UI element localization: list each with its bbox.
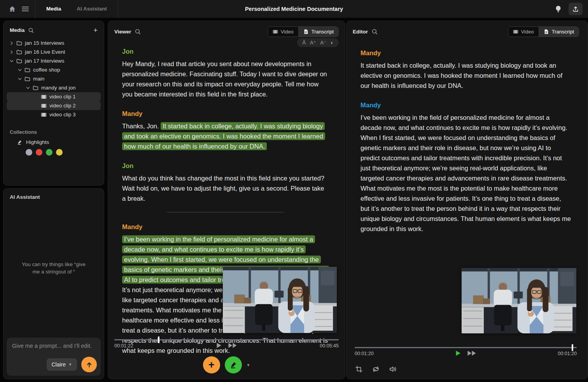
editor-toggle-transcript[interactable]: Transcript: [539, 27, 579, 37]
main-area: Media + jan 15 Interviewsjan 16 Live Eve…: [0, 18, 588, 382]
viewer-bottom-controls: 00:01:22 00:05:45 +: [114, 339, 339, 379]
add-clip-button[interactable]: +: [203, 356, 220, 373]
tab-media[interactable]: Media: [38, 0, 69, 18]
tree-item-label: video clip 3: [49, 112, 76, 117]
film-icon: [513, 29, 518, 34]
viewer-toggle-transcript[interactable]: Transcript: [298, 27, 338, 37]
scene-divider: [167, 212, 284, 212]
viewer-play-button[interactable]: [216, 342, 222, 349]
search-icon: [28, 28, 34, 33]
viewer-video-thumbnail[interactable]: [223, 267, 337, 333]
app-window: Media AI Assistant Personalized Medicine…: [0, 0, 588, 382]
chevron-down-icon: [18, 68, 22, 72]
media-folder-coffee-shop[interactable]: coffee shop: [7, 65, 101, 74]
transcript-text: Hey Mandy, I read that article you sent …: [122, 60, 327, 98]
folder-icon: [16, 58, 22, 64]
topbar-divider-2: [118, 0, 118, 18]
film-icon: [41, 103, 47, 109]
home-button[interactable]: [5, 3, 19, 15]
highlight-color-dot-3[interactable]: [56, 149, 63, 156]
speaker-label[interactable]: Mandy: [122, 222, 329, 232]
editor-toggle-transcript-label: Transcript: [552, 29, 574, 35]
contrast-icon[interactable]: ◐: [331, 40, 334, 46]
editor-play-button[interactable]: [455, 350, 461, 356]
viewer-timeline-track[interactable]: [114, 339, 339, 340]
transcript-paragraph[interactable]: I’ve been working in the field of person…: [360, 112, 571, 234]
ai-prompt-input[interactable]: Give me a prompt... and I’ll edit. Clair…: [7, 338, 101, 376]
transcript-paragraph[interactable]: What do you think has changed the most i…: [122, 173, 329, 203]
highlight-color-dot-1[interactable]: [36, 149, 42, 156]
play-icon: [216, 342, 222, 349]
media-clip-video-clip-3[interactable]: video clip 3: [7, 110, 101, 119]
media-folder-jan-15-Interviews[interactable]: jan 15 Interviews: [7, 39, 101, 47]
search-icon: [135, 29, 141, 35]
editor-playhead[interactable]: [572, 344, 573, 351]
replace-clip-button[interactable]: [372, 366, 380, 373]
highlight-color-dot-0[interactable]: [26, 149, 32, 156]
editor-search-button[interactable]: [372, 29, 378, 35]
editor-panel: Editor Video Transcript MandyIt started …: [346, 21, 588, 379]
voice-selector[interactable]: Claire ▼: [47, 358, 77, 371]
viewer-search-button[interactable]: [135, 29, 141, 35]
media-panel: Media + jan 15 Interviewsjan 16 Live Eve…: [3, 21, 104, 186]
tree-item-label: video clip 1: [49, 94, 76, 100]
viewer-current-time: 00:01:22: [114, 343, 133, 349]
media-folder-main[interactable]: main: [7, 74, 101, 83]
tab-ai-assistant[interactable]: AI Assistant: [69, 0, 115, 18]
film-icon: [41, 112, 47, 117]
crop-icon: [355, 366, 362, 373]
speaker-label[interactable]: Jon: [122, 46, 329, 56]
tree-item-label: jan 16 Live Event: [25, 49, 65, 55]
tree-item-label: main: [33, 76, 44, 82]
viewer-toggle-video[interactable]: Video: [268, 27, 298, 37]
highlight-options-caret[interactable]: ▼: [247, 363, 250, 367]
font-increase-icon[interactable]: A⁺: [310, 40, 316, 46]
fast-forward-icon: [228, 342, 237, 349]
viewer-playhead[interactable]: [158, 336, 159, 343]
collection-highlights[interactable]: Highlights: [4, 137, 104, 147]
media-folder-mandy-and-jon[interactable]: mandy and jon: [7, 83, 101, 92]
crop-button[interactable]: [355, 366, 362, 373]
editor-video-thumbnail[interactable]: [462, 268, 576, 333]
font-style-icon[interactable]: Ā: [302, 40, 306, 46]
media-clip-video-clip-2[interactable]: video clip 2: [7, 101, 101, 110]
highlight-button[interactable]: [225, 356, 242, 373]
ai-panel-title: AI Assistant: [4, 189, 104, 205]
editor-timeline-track[interactable]: [355, 347, 577, 348]
viewer-fast-forward-button[interactable]: [228, 342, 237, 349]
ai-hint-text: You can try things like “give me a strin…: [4, 261, 104, 275]
media-search-button[interactable]: [28, 28, 34, 33]
editor-transcript: MandyIt started back in college, actuall…: [346, 40, 588, 234]
speaker-label[interactable]: Mandy: [360, 48, 571, 58]
transcript-paragraph[interactable]: It started back in college, actually. I …: [360, 60, 571, 91]
media-clip-video-clip-1[interactable]: video clip 1: [7, 92, 101, 101]
tips-button[interactable]: [551, 3, 565, 15]
film-icon: [41, 94, 47, 100]
transcript-paragraph[interactable]: Thanks, Jon. It started back in college,…: [122, 121, 329, 151]
menu-button[interactable]: [19, 3, 32, 15]
editor-fast-forward-button[interactable]: [467, 350, 476, 356]
hamburger-icon: [22, 6, 29, 12]
font-controls: ĀA⁺A⁻◐: [297, 38, 339, 47]
transcript-paragraph[interactable]: Hey Mandy, I read that article you sent …: [122, 59, 329, 99]
transcript-text: It started back in college, actually. I …: [360, 62, 562, 89]
editor-toggle-video-label: Video: [521, 29, 534, 35]
speaker-label[interactable]: Mandy: [360, 100, 571, 110]
media-folder-jan-16-Live-Event[interactable]: jan 16 Live Event: [7, 47, 101, 56]
ai-send-button[interactable]: [81, 357, 97, 372]
ai-assistant-panel: AI Assistant You can try things like “gi…: [3, 188, 104, 379]
media-folder-jan-17-Interviews[interactable]: jan 17 Interviews: [7, 56, 101, 65]
viewer-view-toggle: Video Transcript: [268, 26, 339, 37]
speaker-label[interactable]: Mandy: [122, 109, 329, 119]
add-media-button[interactable]: +: [93, 26, 98, 34]
editor-panel-title: Editor: [353, 29, 368, 35]
editor-view-toggle: Video Transcript: [508, 26, 579, 37]
editor-toggle-video[interactable]: Video: [508, 27, 539, 37]
font-decrease-icon[interactable]: A⁻: [320, 40, 327, 46]
volume-button[interactable]: [389, 366, 397, 373]
export-button[interactable]: [569, 3, 583, 15]
speaker-label[interactable]: Jon: [122, 161, 329, 171]
highlight-color-dot-2[interactable]: [46, 149, 52, 156]
chevron-down-icon: [26, 86, 30, 90]
chevron-right-icon: [10, 50, 14, 54]
